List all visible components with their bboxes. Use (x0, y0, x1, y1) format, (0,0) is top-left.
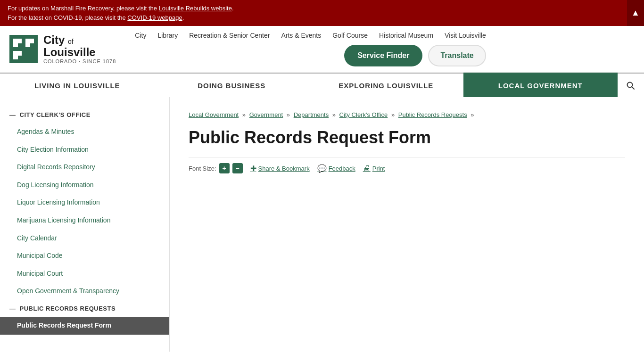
top-nav-link[interactable]: Arts & Events (281, 32, 321, 39)
svg-rect-4 (18, 43, 22, 47)
top-nav-link[interactable]: Library (157, 32, 178, 39)
main-content: Local Government » Government » Departme… (170, 97, 644, 352)
alert-line1-link[interactable]: Louisville Rebuilds website (159, 5, 232, 12)
page-title: Public Records Request Form (189, 128, 625, 148)
svg-rect-5 (30, 43, 34, 47)
font-increase-button[interactable]: + (219, 163, 230, 173)
sidebar-link[interactable]: Municipal Court (0, 265, 169, 283)
font-size-label: Font Size: (189, 165, 216, 172)
alert-line2-post: . (182, 14, 184, 21)
main-nav-item[interactable]: LIVING IN LOUISVILLE (0, 73, 155, 97)
sidebar-sub-link[interactable]: Public Records Request Form (0, 317, 169, 335)
breadcrumb-link[interactable]: Local Government (189, 111, 239, 118)
top-nav: CityLibraryRecreation & Senior CenterArt… (135, 32, 486, 39)
print-button[interactable]: 🖨 Print (363, 164, 385, 173)
main-nav-item[interactable]: EXPLORING LOUISVILLE (309, 73, 463, 97)
breadcrumb-link[interactable]: Government (249, 111, 283, 118)
sidebar-section-title-2: —Public Records Requests (0, 300, 169, 317)
breadcrumb-separator: » (389, 111, 396, 118)
site-header: City ofLouisville COLORADO · SINCE 1878 … (0, 26, 644, 73)
top-nav-link[interactable]: Historical Museum (379, 32, 433, 39)
sidebar-link[interactable]: Municipal Code (0, 247, 169, 265)
main-nav: LIVING IN LOUISVILLEDOING BUSINESSEXPLOR… (0, 73, 644, 97)
breadcrumb-separator: » (240, 111, 247, 118)
header-actions: Service Finder Translate (135, 45, 486, 66)
alert-line2-link[interactable]: COVID-19 webpage (127, 14, 182, 21)
breadcrumb-end: » (469, 111, 474, 118)
main-nav-item[interactable]: LOCAL GOVERNMENT (463, 73, 618, 97)
sidebar: — CITY CLERK'S OFFICE Agendas & MinutesC… (0, 97, 170, 352)
sidebar-link[interactable]: Liquor Licensing Information (0, 194, 169, 212)
toolbar: Font Size: + − ✚ Share & Bookmark 💬 Feed… (189, 157, 625, 173)
city-logo-icon (9, 35, 38, 63)
print-icon: 🖨 (363, 164, 371, 173)
top-nav-link[interactable]: Visit Louisville (445, 32, 486, 39)
alert-collapse-button[interactable]: ▲ (627, 0, 644, 26)
share-icon: ✚ (250, 164, 256, 173)
feedback-button[interactable]: 💬 Feedback (317, 164, 355, 173)
logo-area: City ofLouisville COLORADO · SINCE 1878 (9, 34, 116, 65)
breadcrumb: Local Government » Government » Departme… (189, 111, 625, 118)
sidebar-link[interactable]: City Election Information (0, 141, 169, 159)
font-size-controls: Font Size: + − (189, 163, 243, 173)
share-bookmark-button[interactable]: ✚ Share & Bookmark (250, 164, 310, 173)
sidebar-link[interactable]: Open Government & Transparency (0, 282, 169, 300)
top-nav-link[interactable]: Recreation & Senior Center (189, 32, 270, 39)
breadcrumb-separator: » (285, 111, 291, 118)
breadcrumb-link[interactable]: Departments (294, 111, 329, 118)
alert-line1-pre: For updates on Marshall Fire Recovery, p… (8, 5, 159, 12)
sidebar-section-title-1: — CITY CLERK'S OFFICE (0, 107, 169, 123)
svg-rect-6 (18, 56, 22, 59)
header-top-right: CityLibraryRecreation & Senior CenterArt… (135, 32, 486, 66)
translate-button[interactable]: Translate (428, 45, 486, 66)
alert-line1-post: . (232, 5, 234, 12)
alert-line2-pre: For the latest on COVID-19, please visit… (8, 14, 127, 21)
svg-line-8 (632, 87, 635, 89)
alert-banner: For updates on Marshall Fire Recovery, p… (0, 0, 644, 26)
logo-city-name: City ofLouisville (43, 34, 116, 59)
font-decrease-button[interactable]: − (232, 163, 243, 173)
top-nav-link[interactable]: Golf Course (332, 32, 368, 39)
top-nav-link[interactable]: City (135, 32, 146, 39)
sidebar-link[interactable]: City Calendar (0, 230, 169, 247)
logo-tagline: COLORADO · SINCE 1878 (43, 58, 116, 64)
sidebar-link[interactable]: Digital Records Repository (0, 158, 169, 176)
sidebar-link[interactable]: Dog Licensing Information (0, 176, 169, 194)
breadcrumb-separator: » (330, 111, 337, 118)
breadcrumb-link[interactable]: City Clerk's Office (339, 111, 388, 118)
sidebar-link[interactable]: Agendas & Minutes (0, 123, 169, 141)
service-finder-button[interactable]: Service Finder (344, 45, 422, 66)
breadcrumb-link[interactable]: Public Records Requests (398, 111, 467, 118)
main-nav-item[interactable]: DOING BUSINESS (155, 73, 309, 97)
content-wrapper: — CITY CLERK'S OFFICE Agendas & MinutesC… (0, 97, 644, 352)
feedback-icon: 💬 (317, 164, 327, 173)
sidebar-link[interactable]: Marijuana Licensing Information (0, 212, 169, 230)
logo-text: City ofLouisville COLORADO · SINCE 1878 (43, 34, 116, 65)
main-nav-search-button[interactable] (618, 73, 644, 97)
